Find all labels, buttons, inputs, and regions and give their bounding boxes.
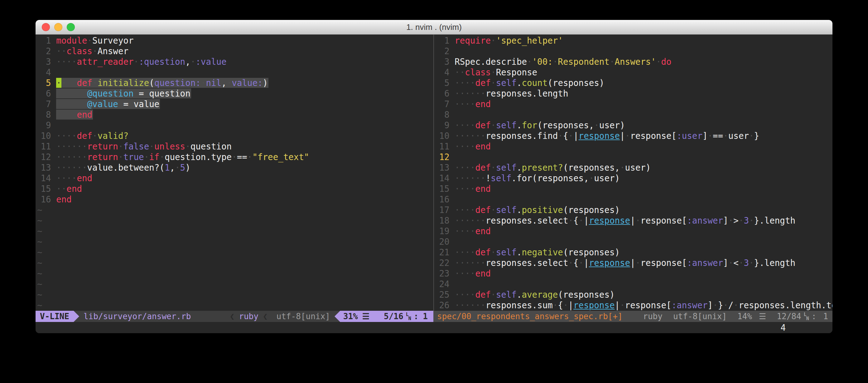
code-line[interactable]: 5····def·self.count(responses): [434, 77, 833, 88]
code-line[interactable]: 13······value.between?(1,·5): [35, 162, 433, 173]
inactive-file-name: spec/00_respondents_answers_spec.rb[+]: [437, 312, 623, 321]
tilde-row: ~: [35, 279, 433, 289]
line-number: 11: [434, 141, 455, 152]
code-line[interactable]: 2: [434, 46, 833, 56]
encoding-label: utf-8[unix]: [277, 312, 330, 321]
code-line[interactable]: 10······responses.find·{·|response|·resp…: [434, 131, 833, 141]
line-number: 22: [434, 257, 455, 268]
line-number: 13: [434, 162, 455, 173]
code-line[interactable]: 9: [35, 120, 433, 131]
code-line[interactable]: 21····def·self.negative(responses): [434, 247, 833, 257]
tilde-row: ~: [35, 247, 433, 257]
code-line[interactable]: 3····attr_reader·:question,·:value: [35, 56, 433, 67]
code-line[interactable]: 1module·Surveyor: [35, 35, 433, 46]
code-line[interactable]: 2··class·Answer: [35, 46, 433, 56]
tilde-row: ~: [35, 289, 433, 300]
line-number: 23: [434, 268, 455, 279]
position-segment: 31%☰5/16LN:1: [340, 311, 433, 322]
colon-separator: :: [812, 312, 816, 321]
code-line[interactable]: 25····def·self.average(responses): [434, 289, 833, 300]
code-line[interactable]: 26······responses.sum·{·|response|·respo…: [434, 300, 833, 310]
active-file-name: lib/surveyor/answer.rb: [84, 312, 191, 321]
line-number: 15: [434, 183, 455, 194]
powerline-arrow-left-icon: [335, 311, 340, 322]
line-number: 1: [434, 35, 455, 46]
line-number: 4: [434, 67, 455, 77]
code-line[interactable]: 8: [434, 109, 833, 120]
column-number: 1: [423, 311, 428, 322]
code-line[interactable]: 20: [434, 236, 833, 247]
line-number: 2: [434, 46, 455, 56]
line-position: 12/84: [777, 312, 801, 321]
code-line[interactable]: 12: [434, 152, 833, 162]
line-number: 16: [434, 194, 455, 205]
encoding-label: utf-8[unix]: [673, 312, 727, 321]
code-line[interactable]: 14······!self.for(responses,·user): [434, 173, 833, 183]
line-number: 7: [434, 99, 455, 109]
code-line[interactable]: 3RSpec.describe·'00:·Respondent·Answers'…: [434, 56, 833, 67]
command-line[interactable]: 4: [35, 322, 833, 333]
code-line[interactable]: 24: [434, 279, 833, 289]
code-line[interactable]: 1require·'spec_helper': [434, 35, 833, 46]
lines-glyph-icon: ☰: [759, 312, 766, 321]
mode-indicator: V-LINE: [35, 311, 73, 322]
code-line[interactable]: 11····end: [434, 141, 833, 152]
pending-command-count: 4: [780, 322, 786, 333]
code-line[interactable]: 7 @value = value: [35, 99, 433, 109]
line-number: 17: [434, 205, 455, 215]
line-number: 2: [35, 46, 56, 56]
code-line[interactable]: 16end: [35, 194, 433, 205]
code-line[interactable]: 8 end: [35, 109, 433, 120]
line-number: 10: [434, 131, 455, 141]
line-number: 5: [434, 77, 455, 88]
code-line[interactable]: 10····def·valid?: [35, 131, 433, 141]
code-line[interactable]: 23····end: [434, 268, 833, 279]
editor-pane-left[interactable]: 1module·Surveyor2··class·Answer3····attr…: [35, 35, 433, 311]
lines-glyph-icon: ☰: [362, 311, 369, 322]
line-number: 26: [434, 300, 455, 310]
line-number: 8: [35, 109, 56, 120]
line-number: 19: [434, 226, 455, 236]
code-line[interactable]: 4··class·Response: [434, 67, 833, 77]
code-line[interactable]: 14····end: [35, 173, 433, 183]
line-number: 18: [434, 215, 455, 226]
code-line[interactable]: 19····end: [434, 226, 833, 236]
line-number: 20: [434, 236, 455, 247]
code-line[interactable]: 22······responses.select·{·|response|·re…: [434, 257, 833, 268]
titlebar[interactable]: 1. nvim . (nvim): [35, 20, 833, 35]
tilde-row: ~: [35, 300, 433, 310]
code-line[interactable]: 6 @question = question: [35, 88, 433, 99]
line-number: 7: [35, 99, 56, 109]
column-number: 1: [823, 312, 828, 321]
code-line[interactable]: 18······responses.select·{·|response|·re…: [434, 215, 833, 226]
line-number: 5: [35, 77, 56, 88]
code-line[interactable]: 17····def·self.positive(responses): [434, 205, 833, 215]
code-line[interactable]: 15····end: [434, 183, 833, 194]
line-position: 5/16: [384, 311, 403, 322]
powerline-arrow-right-icon: [73, 311, 79, 322]
tilde-row: ~: [35, 205, 433, 215]
line-number: 13: [35, 162, 56, 173]
line-number-glyph-icon: LN: [406, 313, 411, 321]
tilde-row: ~: [35, 236, 433, 247]
statuslines: V-LINE lib/surveyor/answer.rb ❮ ruby ❮ u…: [35, 311, 833, 322]
line-number: 24: [434, 279, 455, 289]
editor-pane-right[interactable]: 1require·'spec_helper'23RSpec.describe·'…: [433, 35, 833, 311]
code-line[interactable]: 6······responses.length: [434, 88, 833, 99]
line-number: 14: [35, 173, 56, 183]
tilde-row: ~: [35, 215, 433, 226]
code-line[interactable]: 16: [434, 194, 833, 205]
scroll-percent: 14%: [737, 312, 752, 321]
chevron-separator-icon: ❮: [263, 312, 268, 321]
code-line[interactable]: 9····def·self.for(responses,·user): [434, 120, 833, 131]
code-line[interactable]: 12······return·true·if·question.type·==·…: [35, 152, 433, 162]
line-number: 8: [434, 109, 455, 120]
line-number-glyph-icon: LN: [804, 313, 809, 321]
code-line[interactable]: 7····end: [434, 99, 833, 109]
code-line[interactable]: 15··end: [35, 183, 433, 194]
code-line[interactable]: 13····def·self.present?(responses,·user): [434, 162, 833, 173]
code-line[interactable]: 4: [35, 67, 433, 77]
code-line[interactable]: 5·· def·initialize(question:·nil,·value:…: [35, 77, 433, 88]
line-number: 3: [434, 56, 455, 67]
code-line[interactable]: 11······return·false·unless·question: [35, 141, 433, 152]
